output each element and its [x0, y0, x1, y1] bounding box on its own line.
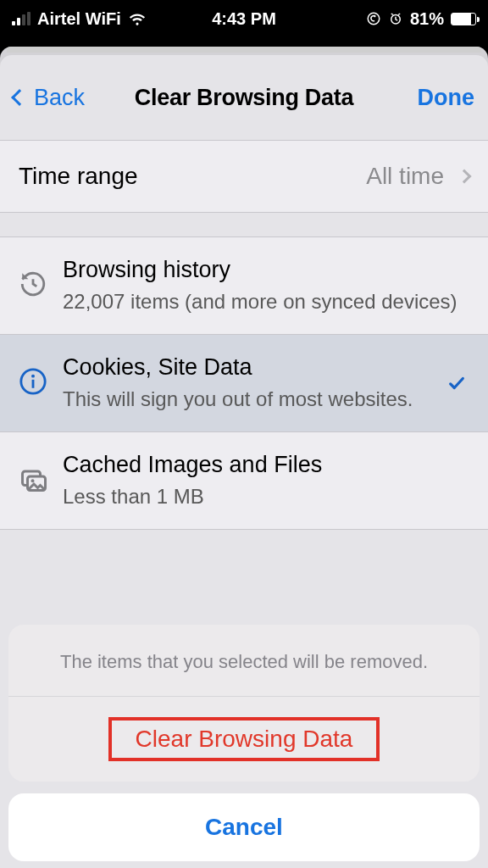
action-sheet: The items that you selected will be remo…: [8, 625, 480, 861]
action-sheet-message: The items that you selected will be remo…: [8, 625, 480, 697]
clear-browsing-data-label: Clear Browsing Data: [108, 717, 380, 761]
clear-browsing-data-button[interactable]: Clear Browsing Data: [8, 697, 480, 782]
cancel-button[interactable]: Cancel: [8, 793, 480, 861]
screen: Airtel WiFi 4:43 PM 81% Back Clear Brows…: [0, 0, 488, 868]
